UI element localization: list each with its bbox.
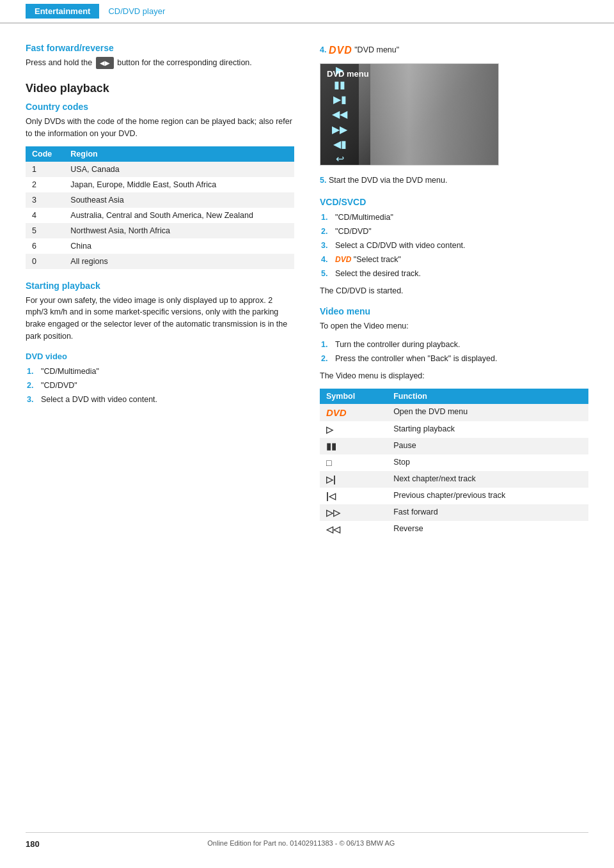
symbol-cell-function: Reverse [387, 521, 588, 538]
starting-playback-desc: For your own safety, the video image is … [26, 295, 294, 343]
table-cell-region: All regions [64, 254, 294, 269]
dvd-steps-list: "CD/Multimedia""CD/DVD"Select a DVD with… [26, 365, 294, 406]
table-row: ▷Starting playback [320, 421, 588, 438]
footer: 180 Online Edition for Part no. 01402911… [0, 832, 614, 849]
symbol-cell-symbol: ▷| [320, 471, 387, 488]
list-item: DVD "Select track" [333, 253, 588, 266]
table-row: □Stop [320, 454, 588, 471]
dvd-menu-text: DVD menu [327, 69, 369, 79]
footer-divider [26, 832, 588, 833]
table-header-region: Region [64, 146, 294, 162]
table-cell-code: 5 [26, 223, 64, 238]
list-item: "CD/DVD" [38, 379, 294, 392]
video-menu-note: The Video menu is displayed: [320, 370, 588, 382]
table-row: |◁Previous chapter/previous track [320, 488, 588, 504]
left-column: Fast forward/reverse Press and hold the … [26, 43, 294, 549]
table-cell-region: Northwest Asia, North Africa [64, 223, 294, 238]
list-item: "CD/Multimedia" [38, 365, 294, 378]
table-header-code: Code [26, 146, 64, 162]
table-row: ▷▷Fast forward [320, 504, 588, 521]
dvd-menu-image: ▶ ▮▮ ▶▮ ◀◀ ▶▶ ◀▮ ↩ DVD menu [320, 63, 499, 166]
table-row: 6China [26, 238, 294, 254]
starting-playback-heading: Starting playback [26, 281, 294, 291]
symbol-header-symbol: Symbol [320, 389, 387, 404]
table-cell-code: 6 [26, 238, 64, 254]
step5-text: 5. Start the DVD via the DVD menu. [320, 174, 588, 187]
table-row: 1USA, Canada [26, 162, 294, 177]
video-menu-heading: Video menu [320, 306, 588, 316]
symbol-table: Symbol Function DVDOpen the DVD menu▷Sta… [320, 389, 588, 538]
table-row: 0All regions [26, 254, 294, 269]
table-cell-region: Southeast Asia [64, 192, 294, 208]
vcd-note: The CD/DVD is started. [320, 285, 588, 297]
table-row: 4Australia, Central and South America, N… [26, 208, 294, 223]
dvd-building-image [370, 64, 498, 165]
list-item: "CD/Multimedia" [333, 211, 588, 224]
video-menu-steps-list: Turn the controller during playback.Pres… [320, 338, 588, 365]
table-row: DVDOpen the DVD menu [320, 404, 588, 421]
footer-content: 180 Online Edition for Part no. 01402911… [26, 835, 588, 849]
table-row: 3Southeast Asia [26, 192, 294, 208]
symbol-cell-function: Open the DVD menu [387, 404, 588, 421]
video-menu-intro: To open the Video menu: [320, 320, 588, 332]
header-entertainment-label: Entertainment [26, 4, 99, 19]
dvd-icon: DVD [329, 43, 352, 58]
country-codes-table: Code Region 1USA, Canada2Japan, Europe, … [26, 146, 294, 269]
dvd-video-label: DVD video [26, 352, 294, 361]
list-item: "CD/DVD" [333, 225, 588, 238]
copyright-text: Online Edition for Part no. 01402911383 … [207, 839, 395, 849]
symbol-cell-symbol: DVD [320, 404, 387, 421]
symbol-cell-symbol: □ [320, 454, 387, 471]
table-cell-region: Australia, Central and South America, Ne… [64, 208, 294, 223]
table-cell-code: 0 [26, 254, 64, 269]
table-row: ▮▮Pause [320, 438, 588, 454]
symbol-cell-symbol: ◁◁ [320, 521, 387, 538]
table-cell-region: China [64, 238, 294, 254]
symbol-header-function: Function [387, 389, 588, 404]
main-content: Fast forward/reverse Press and hold the … [0, 24, 614, 587]
table-cell-code: 2 [26, 177, 64, 192]
symbol-cell-function: Pause [387, 438, 588, 454]
symbol-cell-symbol: ▷ [320, 421, 387, 438]
dvd-sidebar: ▶ ▮▮ ▶▮ ◀◀ ▶▶ ◀▮ ↩ [320, 64, 359, 165]
symbol-cell-function: Previous chapter/previous track [387, 488, 588, 504]
table-row: 2Japan, Europe, Middle East, South Afric… [26, 177, 294, 192]
table-row: ▷|Next chapter/next track [320, 471, 588, 488]
symbol-cell-function: Starting playback [387, 421, 588, 438]
table-cell-code: 3 [26, 192, 64, 208]
table-cell-region: USA, Canada [64, 162, 294, 177]
video-playback-heading: Video playback [26, 82, 294, 95]
list-item: Select the desired track. [333, 267, 588, 280]
vcd-svcd-heading: VCD/SVCD [320, 197, 588, 207]
list-item: Select a DVD with video content. [38, 393, 294, 406]
symbol-cell-function: Fast forward [387, 504, 588, 521]
country-codes-heading: Country codes [26, 102, 294, 112]
table-row: ◁◁Reverse [320, 521, 588, 538]
fast-forward-heading: Fast forward/reverse [26, 43, 294, 53]
fast-forward-text: Press and hold the ◀▶ button for the cor… [26, 57, 294, 69]
symbol-cell-function: Next chapter/next track [387, 471, 588, 488]
table-cell-code: 1 [26, 162, 64, 177]
page-number: 180 [26, 839, 40, 849]
ff-button-icon: ◀▶ [96, 57, 114, 69]
step4-label: 4. DVD "DVD menu" [320, 43, 588, 58]
symbol-cell-symbol: ▷▷ [320, 504, 387, 521]
list-item: Turn the controller during playback. [333, 338, 588, 351]
header-bar: Entertainment CD/DVD player [0, 0, 614, 24]
symbol-cell-symbol: |◁ [320, 488, 387, 504]
table-cell-region: Japan, Europe, Middle East, South Africa [64, 177, 294, 192]
table-row: 5Northwest Asia, North Africa [26, 223, 294, 238]
header-section-label: CD/DVD player [99, 4, 174, 19]
country-codes-desc: Only DVDs with the code of the home regi… [26, 116, 294, 140]
list-item: Select a CD/DVD with video content. [333, 239, 588, 252]
list-item: Press the controller when "Back" is disp… [333, 352, 588, 365]
symbol-cell-symbol: ▮▮ [320, 438, 387, 454]
fast-forward-section: Fast forward/reverse Press and hold the … [26, 43, 294, 69]
table-cell-code: 4 [26, 208, 64, 223]
right-column: 4. DVD "DVD menu" ▶ ▮▮ ▶▮ ◀◀ ▶▶ ◀▮ ↩ DVD… [320, 43, 588, 549]
symbol-cell-function: Stop [387, 454, 588, 471]
vcd-steps-list: "CD/Multimedia""CD/DVD"Select a CD/DVD w… [320, 211, 588, 280]
